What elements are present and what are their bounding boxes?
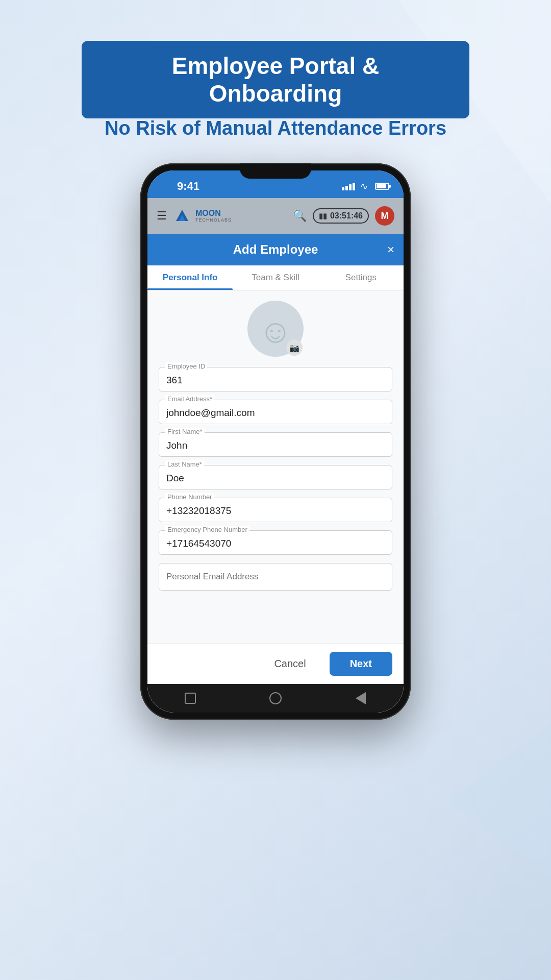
last-name-input[interactable] [159, 465, 392, 489]
phone-number-field: Phone Number [159, 498, 392, 522]
moon-logo-icon [173, 207, 191, 225]
wifi-icon: ∿ [360, 181, 368, 192]
tab-team-skill[interactable]: Team & Skill [233, 265, 318, 290]
emergency-phone-input[interactable] [159, 531, 392, 554]
employee-id-field: Employee ID [159, 367, 392, 391]
first-name-input[interactable] [159, 433, 392, 456]
logo-name: MOON [195, 209, 232, 217]
phone-outer-shell: 9:41 ∿ ☰ [140, 163, 411, 720]
avatar-area: ☺ 📷 [159, 301, 392, 357]
first-name-label: First Name* [165, 428, 205, 435]
search-icon[interactable]: 🔍 [293, 209, 307, 223]
close-icon[interactable]: × [387, 242, 394, 257]
emergency-phone-field: Emergency Phone Number [159, 530, 392, 555]
employee-id-label: Employee ID [165, 362, 207, 370]
modal-title: Add Employee [233, 242, 318, 257]
status-time: 9:41 [177, 180, 199, 193]
phone-device: 9:41 ∿ ☰ [140, 163, 411, 720]
logo-area: MOON TECHNOLABS [173, 207, 287, 225]
user-avatar[interactable]: M [375, 206, 394, 226]
next-button[interactable]: Next [330, 652, 392, 676]
phone-number-input[interactable] [159, 498, 392, 522]
logo-subtext: TECHNOLABS [195, 217, 232, 223]
employee-id-input[interactable] [159, 368, 392, 391]
app-header: ☰ MOON TECHNOLABS 🔍 ▮▮ 03:51:46 [147, 198, 404, 234]
status-icons: ∿ [342, 181, 389, 192]
logo-text-block: MOON TECHNOLABS [195, 209, 232, 223]
nav-circle-icon [269, 692, 282, 704]
modal-header: Add Employee × [147, 234, 404, 265]
tab-personal-info[interactable]: Personal Info [147, 265, 233, 290]
personal-email-input[interactable] [159, 564, 392, 590]
nav-home-button[interactable] [267, 690, 284, 706]
page-subtitle: No Risk of Manual Attendance Errors [105, 117, 446, 139]
email-address-input[interactable] [159, 400, 392, 424]
first-name-field: First Name* [159, 432, 392, 457]
cancel-button[interactable]: Cancel [259, 652, 321, 676]
phone-screen: 9:41 ∿ ☰ [147, 170, 404, 713]
timer-value: 03:51:46 [330, 211, 363, 220]
phone-number-label: Phone Number [165, 493, 214, 501]
email-address-label: Email Address* [165, 395, 214, 403]
battery-icon [375, 183, 389, 190]
pause-icon: ▮▮ [319, 212, 327, 220]
email-address-field: Email Address* [159, 400, 392, 424]
avatar-circle: ☺ 📷 [247, 301, 304, 357]
timer-badge[interactable]: ▮▮ 03:51:46 [313, 208, 369, 224]
form-content: ☺ 📷 Employee ID Email Address* [147, 290, 404, 684]
nav-square-icon [185, 693, 196, 704]
banner-title: Employee Portal & Onboarding [172, 53, 379, 107]
last-name-field: Last Name* [159, 465, 392, 489]
hamburger-menu-icon[interactable]: ☰ [157, 209, 167, 223]
personal-email-field [159, 563, 392, 591]
nav-bar [147, 684, 404, 713]
form-scroll-area: ☺ 📷 Employee ID Email Address* [147, 290, 404, 643]
form-actions: Cancel Next [147, 643, 404, 684]
tab-bar: Personal Info Team & Skill Settings [147, 265, 404, 290]
camera-icon[interactable]: 📷 [286, 339, 303, 356]
emergency-phone-label: Emergency Phone Number [165, 526, 249, 533]
nav-triangle-icon [356, 692, 366, 704]
nav-back-button[interactable] [353, 690, 369, 706]
nav-square-button[interactable] [182, 690, 198, 706]
tab-settings[interactable]: Settings [318, 265, 404, 290]
header-banner: Employee Portal & Onboarding [82, 41, 469, 118]
last-name-label: Last Name* [165, 460, 204, 468]
signal-icon [342, 183, 355, 190]
phone-notch [240, 163, 311, 179]
